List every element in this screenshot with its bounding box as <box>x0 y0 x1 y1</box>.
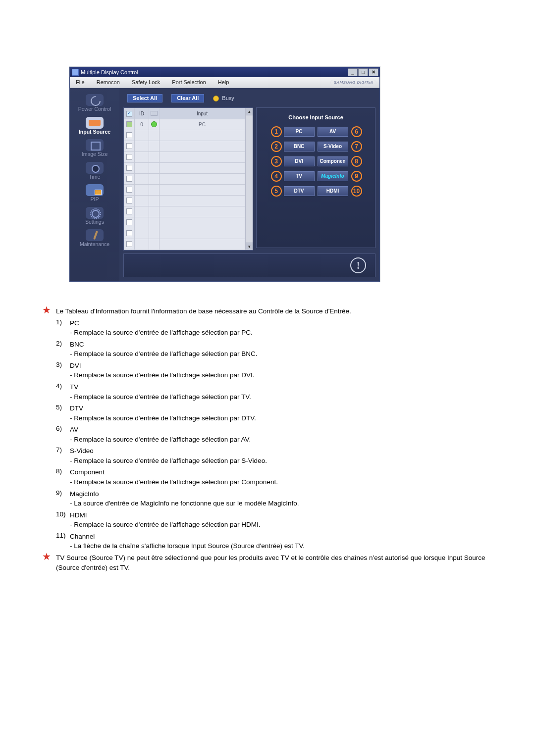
sidebar-item-time[interactable]: Time <box>73 160 116 182</box>
grid-scrollbar[interactable]: ▴ ▾ <box>245 108 253 250</box>
grid-row[interactable] <box>124 174 245 185</box>
minimize-button[interactable]: _ <box>348 68 358 76</box>
sidebar: Power Control Input Source Image Size Ti… <box>70 88 119 281</box>
grid-row[interactable] <box>124 217 245 228</box>
grid-row[interactable] <box>124 141 245 152</box>
doc-item: 10)HDMI- Remplace la source d'entrée de … <box>42 510 493 530</box>
settings-icon <box>86 207 104 219</box>
source-pc-button[interactable]: PC <box>284 127 315 137</box>
titlebar: Multiple Display Control _ □ ✕ <box>70 67 379 77</box>
doc-item-desc: - Remplace la source d'entrée de l'affic… <box>70 392 251 402</box>
row-check-icon[interactable] <box>126 187 132 193</box>
source-component-button[interactable]: Componen <box>318 156 348 166</box>
maintenance-icon <box>86 229 104 241</box>
status-ok-icon <box>151 121 157 127</box>
sidebar-item-image-size[interactable]: Image Size <box>73 137 116 159</box>
sidebar-label: Input Source <box>73 129 116 135</box>
doc-item: 11)Channel- La flèche de la chaîne s'aff… <box>42 532 493 551</box>
grid-row[interactable] <box>124 163 245 174</box>
star-icon: ★ <box>42 551 51 562</box>
source-dvi-button[interactable]: DVI <box>284 156 315 166</box>
doc-item: 3)DVI- Remplace la source d'entrée de l'… <box>42 361 493 380</box>
row-check-icon[interactable] <box>126 165 132 171</box>
menu-file[interactable]: File <box>70 77 91 88</box>
app-title: Multiple Display Control <box>81 70 138 75</box>
row-check-icon[interactable] <box>126 176 132 182</box>
grid-row[interactable] <box>124 130 245 141</box>
callout-5: 5 <box>271 186 282 197</box>
source-hdmi-button[interactable]: HDMI <box>318 186 348 196</box>
doc-item-number: 4) <box>56 382 70 390</box>
scroll-down-button[interactable]: ▾ <box>246 243 253 250</box>
menu-help[interactable]: Help <box>212 77 235 88</box>
maximize-button[interactable]: □ <box>358 68 368 76</box>
row-check-icon[interactable] <box>126 121 132 127</box>
row-check-icon[interactable] <box>126 241 132 247</box>
source-magicinfo-button[interactable]: MagicInfo <box>318 171 348 181</box>
grid-row[interactable]: 0 PC <box>124 119 245 130</box>
row-check-icon[interactable] <box>126 143 132 149</box>
pip-icon <box>86 184 104 196</box>
doc-item-desc: - Remplace la source d'entrée de l'affic… <box>70 456 267 466</box>
row-check-icon[interactable] <box>126 132 132 138</box>
sidebar-item-maintenance[interactable]: Maintenance <box>73 227 116 249</box>
app-icon <box>72 69 79 76</box>
doc-item-label: TV <box>70 382 251 392</box>
check-all-icon[interactable] <box>126 111 132 117</box>
sidebar-item-settings[interactable]: Settings <box>73 205 116 227</box>
source-tv-button[interactable]: TV <box>284 171 315 181</box>
doc-item-label: Component <box>70 467 278 477</box>
doc-item-number: 1) <box>56 318 70 326</box>
grid-header: ID Input <box>124 108 245 119</box>
sidebar-item-pip[interactable]: PIP <box>73 182 116 204</box>
callout-8: 8 <box>351 156 362 167</box>
sidebar-label: Image Size <box>73 151 116 157</box>
doc-item-number: 3) <box>56 361 70 368</box>
info-icon[interactable]: ! <box>350 257 366 273</box>
grid-row[interactable] <box>124 152 245 163</box>
sidebar-item-power[interactable]: Power Control <box>73 92 116 114</box>
doc-item: 1)PC- Remplace la source d'entrée de l'a… <box>42 318 493 338</box>
star-icon: ★ <box>42 304 51 315</box>
row-check-icon[interactable] <box>126 230 132 236</box>
doc-item-label: AV <box>70 425 251 435</box>
busy-label: Busy <box>222 96 234 101</box>
grid-row[interactable] <box>124 239 245 250</box>
menu-safety-lock[interactable]: Safety Lock <box>126 77 166 88</box>
sidebar-label: PIP <box>73 197 116 202</box>
panel-title: Choose Input Source <box>257 115 375 120</box>
source-bnc-button[interactable]: BNC <box>284 142 315 151</box>
grid-row[interactable] <box>124 206 245 217</box>
row-check-icon[interactable] <box>126 208 132 214</box>
doc-item-desc: - Remplace la source d'entrée de l'affic… <box>70 328 253 338</box>
close-button[interactable]: ✕ <box>369 68 378 76</box>
callout-1: 1 <box>271 126 282 137</box>
row-check-icon[interactable] <box>126 154 132 160</box>
doc-item-label: S-Video <box>70 446 267 456</box>
row-check-icon[interactable] <box>126 198 132 203</box>
scroll-up-button[interactable]: ▴ <box>246 108 253 115</box>
app-window: Multiple Display Control _ □ ✕ File Remo… <box>69 67 380 282</box>
grid-row[interactable] <box>124 196 245 206</box>
source-svideo-button[interactable]: S-Video <box>318 142 348 151</box>
input-source-panel: Choose Input Source 1 PC AV 6 2 BNC S-Vi… <box>256 107 375 248</box>
menu-remocon[interactable]: Remocon <box>91 77 126 88</box>
clear-all-button[interactable]: Clear All <box>171 94 204 102</box>
doc-intro: Le Tableau d'Information fournit l'infor… <box>56 306 351 316</box>
grid-row[interactable] <box>124 185 245 196</box>
grid-row[interactable] <box>124 228 245 239</box>
row-check-icon[interactable] <box>126 219 132 225</box>
doc-item-number: 8) <box>56 467 70 475</box>
source-dtv-button[interactable]: DTV <box>284 186 315 196</box>
input-source-icon <box>86 117 104 129</box>
select-all-button[interactable]: Select All <box>127 94 162 102</box>
sidebar-item-input-source[interactable]: Input Source <box>73 115 116 137</box>
doc-item-number: 2) <box>56 340 70 347</box>
menu-port-selection[interactable]: Port Selection <box>166 77 212 88</box>
source-av-button[interactable]: AV <box>318 127 348 137</box>
callout-2: 2 <box>271 141 282 152</box>
doc-item-number: 5) <box>56 403 70 411</box>
col-input: Input <box>160 108 245 119</box>
row-input: PC <box>160 119 245 130</box>
sidebar-label: Power Control <box>73 106 116 112</box>
